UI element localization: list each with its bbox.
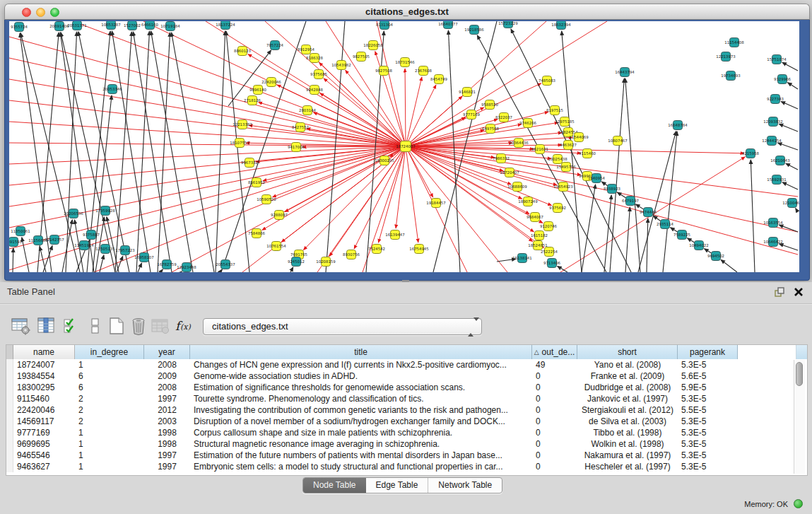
table-cell[interactable]: 9115460: [13, 393, 75, 404]
table-cell[interactable]: 0: [532, 416, 577, 427]
table-cell[interactable]: 2009: [144, 370, 190, 382]
table-cell[interactable]: Wolkin et al. (1998): [577, 438, 678, 450]
graph-node[interactable]: 1615182: [531, 231, 548, 240]
table-cell[interactable]: 22420046: [13, 404, 75, 416]
graph-node[interactable]: 10163554: [763, 218, 783, 228]
table-cell[interactable]: 1997: [144, 461, 190, 472]
table-cell[interactable]: 0: [532, 393, 577, 404]
table-cell[interactable]: 5.3E-5: [678, 461, 738, 472]
graph-node[interactable]: 8186328: [306, 54, 324, 63]
graph-node[interactable]: 20053346: [102, 85, 122, 94]
graph-node[interactable]: 9227343: [767, 95, 784, 104]
table-cell[interactable]: Disruption of a novel member of a sodium…: [190, 416, 532, 427]
graph-node[interactable]: 2935114: [657, 220, 674, 229]
graph-node[interactable]: 9391593: [9, 238, 22, 247]
graph-node[interactable]: 6466160: [141, 21, 159, 30]
table-cell[interactable]: Yano et al. (2008): [577, 359, 678, 370]
column-header-year[interactable]: year: [144, 345, 190, 359]
table-cell[interactable]: 0: [532, 450, 577, 461]
row-toggle-button[interactable]: [86, 316, 105, 336]
graph-node[interactable]: 10761554: [266, 242, 286, 251]
table-cell[interactable]: 1: [75, 359, 144, 370]
graph-node[interactable]: 10646422: [763, 238, 782, 247]
panel-resize-handle[interactable]: [400, 279, 411, 284]
graph-node[interactable]: 18137224: [216, 21, 235, 30]
graph-node[interactable]: 6479197: [622, 197, 639, 206]
table-cell[interactable]: 5.3E-5: [678, 359, 738, 370]
table-mode-button[interactable]: [11, 316, 31, 336]
graph-node[interactable]: 8197515: [546, 106, 563, 115]
table-cell[interactable]: Embryonic stem cells: a model to study s…: [190, 461, 532, 472]
network-canvas[interactable]: 1872400788601238912954182260589827505105…: [9, 21, 799, 272]
table-cell[interactable]: 2008: [144, 382, 190, 393]
table-cell[interactable]: 5.3E-5: [678, 450, 738, 461]
graph-node[interactable]: 2522254: [541, 247, 558, 257]
table-cell[interactable]: 2: [75, 404, 144, 416]
show-column-button[interactable]: [37, 316, 57, 336]
float-panel-icon[interactable]: [774, 286, 785, 298]
graph-node[interactable]: 16648784: [668, 121, 688, 130]
table-cell[interactable]: Tourette syndrome. Phenomenology and cla…: [190, 393, 532, 404]
graph-node[interactable]: 17957223: [115, 246, 134, 255]
graph-node[interactable]: 16754945: [409, 245, 428, 254]
table-row[interactable]: 2242004622012Investigating the contribut…: [6, 404, 807, 416]
graph-node[interactable]: 9694502: [707, 252, 724, 261]
graph-node[interactable]: 10688609: [507, 182, 527, 192]
table-cell[interactable]: Dudbridge et al. (2008): [577, 382, 678, 393]
tab-network-table[interactable]: Network Table: [428, 478, 502, 493]
graph-node[interactable]: 9375685: [310, 70, 327, 79]
table-cell[interactable]: 5.3E-5: [678, 416, 738, 427]
graph-node[interactable]: 7485083: [539, 76, 555, 86]
table-cell[interactable]: 1998: [144, 427, 190, 438]
table-cell[interactable]: 5.6E-5: [678, 370, 738, 382]
delete-table-button[interactable]: [151, 316, 170, 336]
table-cell[interactable]: 1997: [144, 393, 190, 404]
graph-node[interactable]: 19184457: [426, 199, 445, 208]
graph-node[interactable]: 11350061: [11, 227, 30, 236]
graph-node[interactable]: 20531371: [67, 21, 86, 30]
table-cell[interactable]: 5.3E-5: [678, 393, 738, 404]
graph-node[interactable]: 8621601: [531, 145, 548, 154]
table-row[interactable]: 977716911998Corpus callosum shape and si…: [6, 427, 807, 438]
table-cell[interactable]: 0: [532, 404, 577, 416]
graph-node[interactable]: 9713406: [543, 259, 561, 268]
table-cell[interactable]: 1: [75, 450, 144, 461]
table-cell[interactable]: 2: [75, 416, 144, 427]
table-cell[interactable]: 6: [75, 382, 144, 393]
tab-edge-table[interactable]: Edge Table: [366, 478, 428, 493]
graph-node[interactable]: 20206536: [64, 209, 83, 218]
table-cell[interactable]: 1: [75, 461, 144, 472]
table-selector-dropdown[interactable]: citations_edges.txt: [203, 318, 482, 335]
graph-node[interactable]: 10543982: [331, 61, 351, 70]
graph-node[interactable]: 12100461: [782, 199, 799, 208]
table-cell[interactable]: Estimation of significance thresholds fo…: [190, 382, 532, 393]
graph-node[interactable]: 8930756: [343, 250, 360, 259]
vertical-scrollbar[interactable]: [794, 360, 805, 474]
graph-node[interactable]: 18632394: [551, 21, 571, 30]
table-cell[interactable]: 1: [75, 438, 144, 450]
graph-node[interactable]: 9967332: [241, 158, 258, 168]
table-cell[interactable]: 2008: [144, 359, 190, 370]
graph-node[interactable]: 15138141: [512, 254, 531, 263]
table-cell[interactable]: Corpus callosum shape and size in male p…: [190, 427, 532, 438]
table-cell[interactable]: Franke et al. (2009): [577, 370, 678, 382]
graph-node[interactable]: 18226058: [363, 41, 383, 50]
table-row[interactable]: 946362711997Embryonic stem cells: a mode…: [6, 461, 807, 472]
table-cell[interactable]: 6: [75, 370, 144, 382]
table-cell[interactable]: 9777169: [13, 427, 75, 438]
graph-node[interactable]: 9329966: [774, 75, 792, 84]
graph-node[interactable]: 12444154: [762, 136, 782, 146]
column-header-pagerank[interactable]: pagerank: [678, 345, 738, 359]
graph-node[interactable]: 9146821: [459, 88, 476, 97]
table-row[interactable]: 1872400712008Changes of HCN gene express…: [6, 359, 807, 370]
table-row[interactable]: 1456911722003Disruption of a novel membe…: [6, 416, 807, 427]
table-cell[interactable]: 1: [75, 427, 144, 438]
table-cell[interactable]: 49: [532, 359, 577, 370]
graph-node[interactable]: 8322037: [495, 113, 512, 122]
table-cell[interactable]: 9465546: [13, 450, 75, 461]
graph-node[interactable]: 9827508: [375, 66, 393, 76]
column-header-name[interactable]: name: [13, 345, 75, 359]
function-builder-button[interactable]: f (x): [174, 316, 194, 336]
graph-node[interactable]: 20554337: [216, 260, 235, 269]
graph-node[interactable]: 8938923: [604, 185, 620, 194]
